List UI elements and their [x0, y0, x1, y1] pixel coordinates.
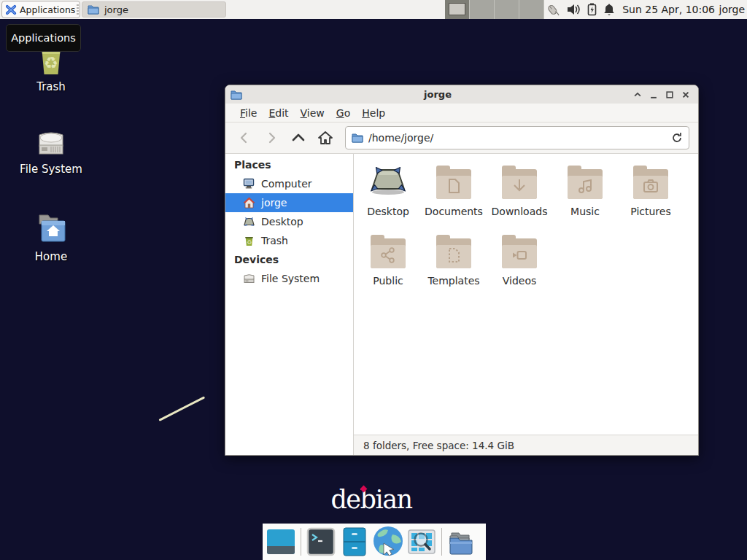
sidebar-item-label: File System	[261, 273, 320, 284]
desktop-icon-file-system[interactable]: File System	[9, 123, 93, 176]
file-item-label: Videos	[503, 275, 537, 287]
file-item-documents[interactable]: Documents	[421, 163, 487, 232]
sidebar-item-label: Trash	[261, 235, 288, 246]
volume-icon[interactable]	[567, 4, 581, 15]
dock-separator	[301, 528, 301, 556]
window-titlebar[interactable]: jorge	[225, 85, 698, 104]
desktop-folder-icon	[368, 163, 409, 199]
camera-emblem-icon	[642, 176, 659, 195]
shade-button[interactable]	[632, 89, 643, 101]
file-item-desktop[interactable]: Desktop	[355, 163, 421, 232]
file-item-videos[interactable]: Videos	[487, 232, 552, 301]
terminal-icon	[306, 527, 336, 556]
hard-drive-icon	[243, 273, 255, 284]
back-button[interactable]	[234, 128, 255, 148]
home-folder-icon	[34, 211, 69, 246]
path-input[interactable]	[368, 132, 671, 144]
taskbar-window-button[interactable]: jorge	[82, 1, 226, 18]
file-item-label: Desktop	[367, 206, 409, 217]
video-emblem-icon	[511, 246, 528, 265]
file-item-downloads[interactable]: Downloads	[487, 163, 552, 232]
menubar: File Edit View Go Help	[225, 104, 698, 122]
hard-drive-icon	[34, 123, 69, 158]
desktop-icon-home[interactable]: Home	[9, 211, 93, 263]
sidebar-header-devices: Devices	[225, 250, 353, 269]
forward-button[interactable]	[261, 128, 282, 148]
share-emblem-icon	[379, 246, 397, 265]
reload-icon[interactable]	[671, 132, 683, 144]
workspace-1[interactable]	[445, 0, 470, 19]
xfce-logo-icon	[6, 4, 17, 15]
sidebar-item-label: jorge	[261, 197, 287, 209]
file-item-music[interactable]: Music	[552, 163, 618, 232]
svg-text:♻: ♻	[247, 239, 252, 246]
dock-web-browser-button[interactable]	[371, 526, 405, 558]
notifications-bell-icon[interactable]	[603, 3, 615, 16]
workspace-2[interactable]	[470, 0, 495, 19]
dock-file-manager-button[interactable]	[445, 526, 479, 558]
menu-edit[interactable]: Edit	[263, 107, 294, 119]
file-item-pictures[interactable]: Pictures	[618, 163, 684, 232]
dock-show-desktop-button[interactable]	[264, 526, 298, 558]
file-item-label: Documents	[425, 206, 483, 217]
debian-logo-text: debian	[330, 485, 411, 514]
sidebar-header-places: Places	[225, 155, 353, 174]
app-finder-icon	[407, 527, 436, 556]
panel-separator-handle	[77, 4, 79, 15]
sidebar-item-desktop[interactable]: Desktop	[225, 212, 353, 231]
up-button[interactable]	[288, 128, 309, 148]
file-item-templates[interactable]: Templates	[421, 232, 487, 301]
applications-menu-button[interactable]: Applications	[1, 1, 80, 18]
maximize-button[interactable]	[665, 89, 675, 101]
home-icon	[243, 197, 255, 209]
desktop-icon-label: Trash	[36, 80, 66, 93]
toolbar	[225, 122, 698, 154]
bottom-dock	[263, 524, 486, 560]
menu-go[interactable]: Go	[330, 107, 356, 119]
sidebar-item-label: Computer	[261, 178, 312, 190]
computer-icon	[243, 178, 255, 190]
sidebar-item-computer[interactable]: Computer	[225, 174, 353, 193]
download-emblem-icon	[511, 176, 528, 195]
menu-file[interactable]: File	[234, 107, 263, 119]
desktop: Applications jorge Sun 25 Apr, 10:06 jor…	[0, 0, 747, 560]
workspace-3[interactable]	[495, 0, 519, 19]
window-content: Places Computer jorge Desktop ♻ Trash	[225, 154, 698, 455]
web-browser-icon	[372, 526, 404, 558]
desktop-icon-label: Home	[35, 250, 67, 263]
sidebar-item-label: Desktop	[261, 216, 303, 228]
dock-terminal-button[interactable]	[304, 526, 338, 558]
workspace-switcher[interactable]	[445, 0, 544, 19]
file-cabinet-icon	[340, 527, 369, 556]
home-button[interactable]	[315, 128, 336, 148]
statusbar: 8 folders, Free space: 14.4 GiB	[354, 435, 698, 455]
file-item-public[interactable]: Public	[355, 232, 421, 301]
close-button[interactable]	[681, 89, 691, 101]
panel-username[interactable]: jorge	[719, 0, 745, 19]
sidebar-item-file-system[interactable]: File System	[225, 269, 353, 288]
document-emblem-icon	[445, 176, 462, 195]
sidebar-item-jorge[interactable]: jorge	[225, 193, 353, 212]
music-emblem-icon	[576, 176, 594, 195]
desktop-preferences-icon	[266, 527, 295, 556]
file-view: Desktop Documents Downloads	[354, 154, 698, 455]
dock-app-finder-button[interactable]	[405, 526, 438, 558]
window-folder-icon	[231, 90, 242, 100]
menu-help[interactable]: Help	[356, 107, 391, 119]
battery-icon[interactable]	[587, 3, 597, 16]
top-panel: Applications jorge Sun 25 Apr, 10:06 jor…	[0, 0, 747, 19]
menu-view[interactable]: View	[295, 107, 330, 119]
mouse-device-icon[interactable]	[544, 2, 560, 17]
path-bar[interactable]	[345, 126, 689, 149]
file-item-label: Downloads	[492, 206, 548, 217]
sidebar-item-trash[interactable]: ♻ Trash	[225, 231, 353, 250]
panel-clock[interactable]: Sun 25 Apr, 10:06	[622, 0, 715, 19]
workspace-4[interactable]	[519, 0, 544, 19]
file-manager-window: jorge File Edit View Go Help	[225, 85, 699, 456]
dock-file-cabinet-button[interactable]	[338, 526, 371, 558]
system-tray	[544, 0, 615, 19]
folder-icon	[88, 4, 99, 15]
debian-logo: debian	[298, 485, 444, 514]
minimize-button[interactable]	[649, 89, 659, 101]
cursor-trail-artifact	[158, 396, 205, 421]
